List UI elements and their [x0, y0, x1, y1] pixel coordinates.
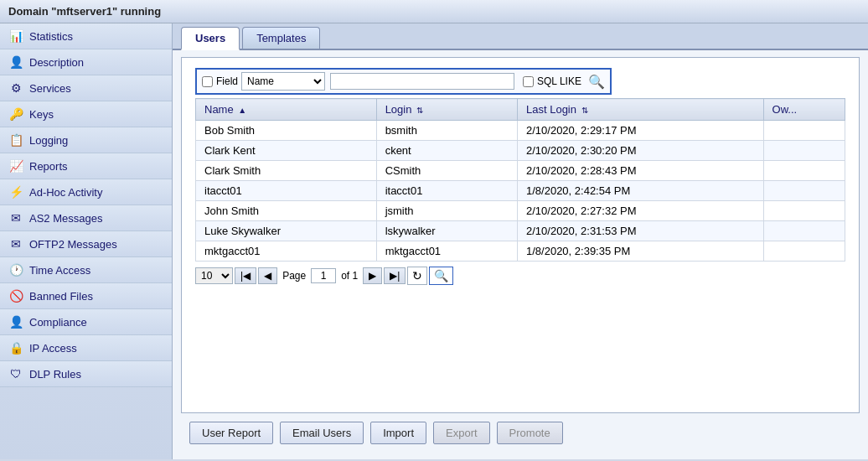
page-label: Page [282, 270, 306, 282]
col-login[interactable]: Login ⇅ [376, 99, 517, 121]
sidebar-icon-compliance: 👤 [8, 315, 23, 329]
table-row[interactable]: Clark Smith CSmith 2/10/2020, 2:28:43 PM [196, 161, 845, 181]
last-page-button[interactable]: ▶| [384, 267, 406, 284]
sidebar-label-ipaccess: IP Access [29, 342, 77, 355]
sidebar-item-services[interactable]: ⚙Services [0, 75, 172, 101]
sidebar-icon-dlprules: 🛡 [8, 367, 23, 381]
pagination-row: 10 25 50 100 |◀ ◀ Page of 1 ▶ ▶| ↻ 🔍 [195, 267, 845, 285]
sidebar-item-oftp2[interactable]: ✉OFTP2 Messages [0, 231, 172, 257]
col-owner[interactable]: Ow... [763, 99, 845, 121]
table-area: Field Name Login Last Login SQL LIKE 🔍 N… [181, 57, 860, 413]
table-row[interactable]: John Smith jsmith 2/10/2020, 2:27:32 PM [196, 201, 845, 221]
sidebar-label-statistics: Statistics [29, 30, 73, 43]
table-header-row: Name ▲ Login ⇅ Last Login ⇅ Ow... [196, 99, 845, 121]
sidebar-label-logging: Logging [29, 134, 68, 147]
sidebar-label-description: Description [29, 56, 84, 69]
sidebar-item-keys[interactable]: 🔑Keys [0, 101, 172, 127]
cell-login: mktgacct01 [376, 241, 517, 262]
tab-users[interactable]: Users [181, 27, 240, 50]
cell-name: John Smith [196, 201, 377, 221]
sidebar-icon-services: ⚙ [8, 81, 23, 95]
sidebar: 📊Statistics👤Description⚙Services🔑Keys📋Lo… [0, 23, 173, 459]
prev-page-button[interactable]: ◀ [258, 267, 277, 284]
cell-lastlogin: 1/8/2020, 2:42:54 PM [517, 181, 763, 201]
cell-name: Luke Skywalker [196, 221, 377, 241]
sidebar-item-logging[interactable]: 📋Logging [0, 127, 172, 153]
sidebar-icon-reports: 📈 [8, 159, 23, 173]
filter-search-button[interactable]: 🔍 [588, 74, 605, 90]
cell-lastlogin: 2/10/2020, 2:27:32 PM [517, 201, 763, 221]
cell-name: Clark Kent [196, 141, 377, 161]
sidebar-label-oftp2: OFTP2 Messages [29, 238, 117, 251]
reload-button[interactable]: ↻ [407, 267, 427, 285]
sidebar-item-statistics[interactable]: 📊Statistics [0, 23, 172, 49]
table-row[interactable]: Bob Smith bsmith 2/10/2020, 2:29:17 PM [196, 121, 845, 141]
sidebar-item-dlprules[interactable]: 🛡DLP Rules [0, 361, 172, 387]
sql-like-container: SQL LIKE [523, 75, 581, 87]
sidebar-label-dlprules: DLP Rules [29, 368, 81, 381]
next-page-button[interactable]: ▶ [363, 267, 382, 284]
sidebar-item-as2[interactable]: ✉AS2 Messages [0, 205, 172, 231]
page-number-input[interactable] [311, 268, 336, 283]
cell-owner [763, 141, 845, 161]
cell-login: itacct01 [376, 181, 517, 201]
cell-owner [763, 221, 845, 241]
sidebar-icon-timeaccess: 🕐 [8, 263, 23, 277]
sidebar-icon-bannedfiles: 🚫 [8, 289, 23, 303]
table-row[interactable]: Clark Kent ckent 2/10/2020, 2:30:20 PM [196, 141, 845, 161]
cell-lastlogin: 2/10/2020, 2:31:53 PM [517, 221, 763, 241]
cell-login: jsmith [376, 201, 517, 221]
content-area: UsersTemplates Field Name Login Last Log… [173, 23, 868, 459]
title-text: Domain "mftserver1" running [8, 5, 161, 18]
cell-owner [763, 201, 845, 221]
page-size-select[interactable]: 10 25 50 100 [195, 267, 233, 284]
sidebar-icon-keys: 🔑 [8, 107, 23, 121]
action-bar: User Report Email Users Import Export Pr… [181, 413, 860, 453]
table-row[interactable]: Luke Skywalker lskywalker 2/10/2020, 2:3… [196, 221, 845, 241]
filter-input[interactable] [330, 73, 514, 90]
cell-owner [763, 121, 845, 141]
sql-like-label: SQL LIKE [537, 75, 581, 87]
sidebar-icon-oftp2: ✉ [8, 237, 23, 251]
cell-name: Bob Smith [196, 121, 377, 141]
field-select[interactable]: Name Login Last Login [241, 72, 325, 91]
sidebar-item-ipaccess[interactable]: 🔒IP Access [0, 335, 172, 361]
cell-lastlogin: 1/8/2020, 2:39:35 PM [517, 241, 763, 262]
cell-name: itacct01 [196, 181, 377, 201]
login-sort-icon: ⇅ [416, 106, 423, 115]
sidebar-item-compliance[interactable]: 👤Compliance [0, 309, 172, 335]
sidebar-item-timeaccess[interactable]: 🕐Time Access [0, 257, 172, 283]
col-lastlogin[interactable]: Last Login ⇅ [517, 99, 763, 121]
sidebar-label-adhoc: Ad-Hoc Activity [29, 186, 102, 199]
pagination-search-button[interactable]: 🔍 [429, 267, 453, 285]
cell-login: CSmith [376, 161, 517, 181]
sidebar-icon-description: 👤 [8, 55, 23, 69]
field-checkbox[interactable] [202, 76, 213, 87]
cell-owner [763, 161, 845, 181]
sidebar-item-bannedfiles[interactable]: 🚫Banned Files [0, 283, 172, 309]
sidebar-label-as2: AS2 Messages [29, 212, 102, 225]
sidebar-icon-adhoc: ⚡ [8, 185, 23, 199]
sidebar-icon-statistics: 📊 [8, 29, 23, 43]
tab-templates[interactable]: Templates [242, 27, 320, 49]
sql-like-checkbox[interactable] [523, 76, 534, 87]
promote-button[interactable]: Promote [497, 422, 563, 444]
filter-row: Field Name Login Last Login SQL LIKE 🔍 [195, 68, 612, 95]
sidebar-label-services: Services [29, 82, 71, 95]
email-users-button[interactable]: Email Users [280, 422, 364, 444]
sidebar-item-description[interactable]: 👤Description [0, 49, 172, 75]
sidebar-icon-logging: 📋 [8, 133, 23, 147]
user-report-button[interactable]: User Report [189, 422, 273, 444]
first-page-button[interactable]: |◀ [235, 267, 256, 284]
sidebar-item-reports[interactable]: 📈Reports [0, 153, 172, 179]
table-row[interactable]: itacct01 itacct01 1/8/2020, 2:42:54 PM [196, 181, 845, 201]
import-button[interactable]: Import [370, 422, 426, 444]
lastlogin-sort-icon: ⇅ [581, 106, 588, 115]
sidebar-label-timeaccess: Time Access [29, 264, 90, 277]
sidebar-item-adhoc[interactable]: ⚡Ad-Hoc Activity [0, 179, 172, 205]
export-button[interactable]: Export [433, 422, 490, 444]
col-name[interactable]: Name ▲ [196, 99, 377, 121]
cell-lastlogin: 2/10/2020, 2:30:20 PM [517, 141, 763, 161]
table-row[interactable]: mktgacct01 mktgacct01 1/8/2020, 2:39:35 … [196, 241, 845, 262]
cell-login: ckent [376, 141, 517, 161]
